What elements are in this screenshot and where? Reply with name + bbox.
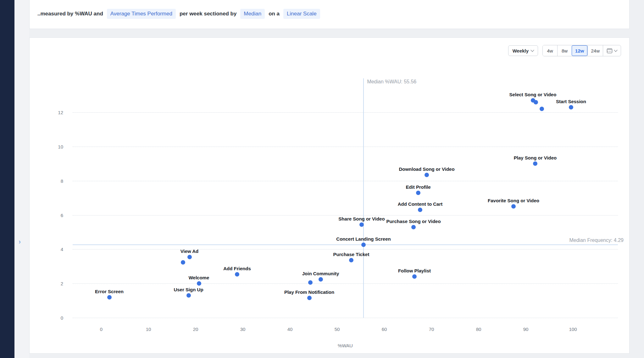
x-tick-label: 100 — [569, 327, 577, 332]
data-point[interactable] — [416, 191, 420, 195]
data-point[interactable] — [349, 258, 353, 262]
data-point[interactable] — [418, 208, 422, 212]
data-point-label: View Ad — [180, 249, 199, 254]
chart-definition-bar: ..measured by %WAU and Average Times Per… — [29, 0, 630, 29]
y-tick-label: 8 — [44, 178, 63, 183]
chart-card: Weekly 4w8w12w24w 0246810120102030405060… — [29, 37, 630, 354]
data-point[interactable] — [569, 105, 573, 109]
median-wau-line — [363, 78, 364, 318]
x-tick-label: 80 — [476, 327, 481, 332]
data-point-label: Purchase Song or Video — [386, 219, 441, 224]
y-tick-label: 10 — [44, 144, 63, 149]
data-point[interactable] — [235, 272, 239, 277]
x-tick-label: 40 — [287, 327, 293, 332]
x-tick-label: 90 — [523, 327, 529, 332]
data-point-label: Favorite Song or Video — [488, 198, 539, 203]
data-point-label: Join Community — [302, 271, 339, 276]
x-tick-label: 0 — [100, 327, 103, 332]
median-frequency-line — [73, 244, 618, 245]
y-gridline — [73, 112, 618, 113]
x-axis-title: %WAU — [338, 343, 353, 348]
data-point[interactable] — [197, 281, 201, 286]
y-gridline — [73, 249, 618, 249]
data-point-label: Select Song or Video — [509, 92, 557, 97]
app-sidebar — [0, 0, 14, 358]
data-point[interactable] — [361, 243, 366, 247]
scale-chip[interactable]: Linear Scale — [283, 9, 320, 19]
data-point-label: Download Song or Video — [399, 166, 454, 172]
scatter-plot: 0246810120102030405060708090100%WAUAvera… — [30, 38, 630, 354]
definition-text-2: per week sectioned by — [180, 11, 236, 17]
metric-chip[interactable]: Average Times Performed — [107, 9, 176, 19]
y-tick-label: 0 — [44, 315, 63, 321]
data-point-label: Add Friends — [223, 266, 251, 271]
y-gridline — [73, 215, 618, 215]
data-point[interactable] — [425, 173, 429, 177]
data-point[interactable] — [359, 222, 364, 227]
x-tick-label: 20 — [193, 327, 198, 332]
data-point[interactable] — [411, 225, 416, 229]
definition-text-1: ..measured by %WAU and — [37, 11, 103, 17]
y-gridline — [73, 283, 618, 284]
median-frequency-label: Median Frequency: 4.29 — [569, 238, 624, 243]
y-tick-label: 4 — [44, 247, 63, 252]
data-point-label: Purchase Ticket — [333, 252, 369, 257]
data-point-label: Concert Landing Screen — [336, 236, 391, 242]
data-point-label: Welcome — [189, 275, 209, 280]
x-tick-label: 50 — [335, 327, 340, 332]
y-gridline — [73, 181, 618, 181]
data-point-label: Play Song or Video — [514, 155, 557, 160]
y-tick-label: 12 — [44, 110, 63, 115]
data-point-label: Add Content to Cart — [398, 201, 442, 207]
y-tick-label: 2 — [44, 281, 63, 286]
data-point[interactable] — [534, 100, 538, 104]
section-chip[interactable]: Median — [240, 9, 265, 19]
expand-panel-chevron-icon[interactable]: › — [19, 238, 21, 246]
x-tick-label: 70 — [429, 327, 434, 332]
x-tick-label: 10 — [146, 327, 151, 332]
data-point[interactable] — [181, 260, 185, 265]
data-point-label: Edit Profile — [406, 184, 430, 190]
data-point[interactable] — [307, 296, 312, 300]
data-point[interactable] — [187, 255, 192, 259]
data-point-label: Start Session — [556, 99, 586, 104]
data-point[interactable] — [511, 204, 516, 209]
x-tick-label: 60 — [382, 327, 387, 332]
data-point[interactable] — [533, 161, 537, 166]
data-point-label: Follow Playlist — [398, 268, 431, 273]
data-point[interactable] — [186, 293, 191, 298]
page: › ..measured by %WAU and Average Times P… — [0, 0, 644, 358]
collapsed-panel-gutter: › — [14, 0, 29, 358]
data-point[interactable] — [540, 107, 544, 111]
y-gridline — [73, 147, 618, 147]
data-point[interactable] — [412, 274, 417, 279]
data-point-label: Share Song or Video — [338, 216, 385, 221]
data-point[interactable] — [319, 277, 323, 282]
median-wau-label: Median %WAU: 55.56 — [367, 79, 416, 85]
data-point[interactable] — [107, 295, 112, 299]
x-tick-label: 30 — [240, 327, 246, 332]
y-gridline — [73, 318, 618, 318]
data-point[interactable] — [308, 280, 313, 285]
data-point-label: User Sign Up — [174, 287, 203, 292]
definition-text-3: on a — [269, 11, 280, 17]
data-point-label: Error Screen — [95, 289, 124, 294]
data-point-label: Play From Notification — [284, 289, 334, 295]
y-tick-label: 6 — [44, 212, 63, 218]
